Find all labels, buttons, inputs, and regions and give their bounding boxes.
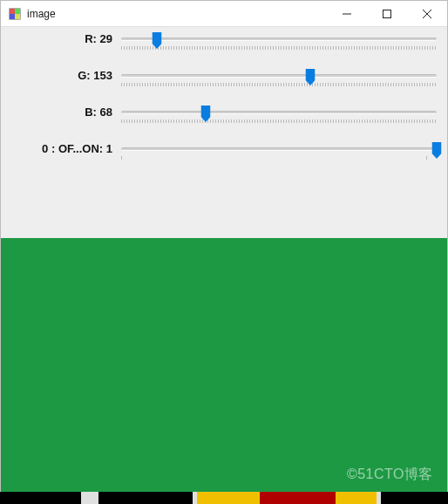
trackbar-switch-thumb[interactable] <box>432 142 442 159</box>
svg-rect-2 <box>15 9 20 14</box>
trackbar-switch-label: 0 : OF...ON: 1 <box>8 142 118 155</box>
trackbar-panel: R: 29 G: 153 B: 68 <box>1 27 447 238</box>
trackbar-switch-slider[interactable] <box>118 142 440 170</box>
trackbar-g: G: 153 <box>1 69 447 106</box>
bottom-strip <box>0 492 448 504</box>
trackbar-switch: 0 : OF...ON: 1 <box>1 142 447 179</box>
trackbar-b-label: B: 68 <box>8 106 118 119</box>
trackbar-g-thumb[interactable] <box>306 69 316 85</box>
trackbar-b-thumb[interactable] <box>200 106 210 122</box>
svg-rect-6 <box>384 10 391 17</box>
app-icon <box>8 7 22 21</box>
trackbar-g-label: G: 153 <box>8 69 118 82</box>
trackbar-b-slider[interactable] <box>118 106 440 133</box>
svg-rect-4 <box>15 14 20 19</box>
trackbar-r-thumb[interactable] <box>153 32 162 49</box>
titlebar: image <box>1 1 447 27</box>
trackbar-r-slider[interactable] <box>118 32 440 60</box>
app-window: image R: 29 G: 153 <box>0 0 448 502</box>
image-canvas: ©51CTO博客 <box>1 238 447 501</box>
svg-rect-1 <box>10 9 15 14</box>
window-title: image <box>27 8 56 20</box>
maximize-button[interactable] <box>367 1 407 27</box>
minimize-button[interactable] <box>327 1 367 27</box>
close-button[interactable] <box>407 1 447 27</box>
trackbar-r: R: 29 <box>1 32 447 69</box>
trackbar-b: B: 68 <box>1 106 447 142</box>
watermark: ©51CTO博客 <box>347 466 433 484</box>
svg-rect-3 <box>10 14 15 19</box>
trackbar-r-label: R: 29 <box>8 32 118 45</box>
trackbar-g-slider[interactable] <box>118 69 440 97</box>
